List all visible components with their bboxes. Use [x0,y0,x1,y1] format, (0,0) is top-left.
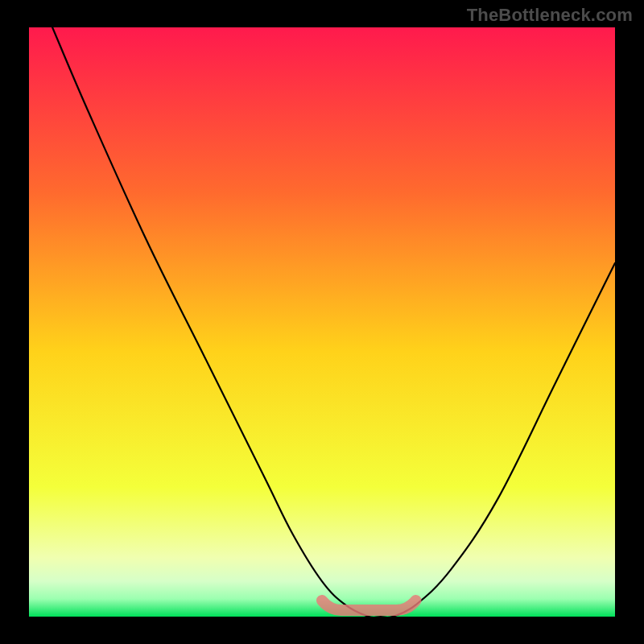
gradient-background [29,27,615,617]
watermark-text: TheBottleneck.com [467,5,633,26]
chart-frame: TheBottleneck.com [0,0,644,644]
plot-area [29,27,615,617]
plot-svg [29,27,615,617]
